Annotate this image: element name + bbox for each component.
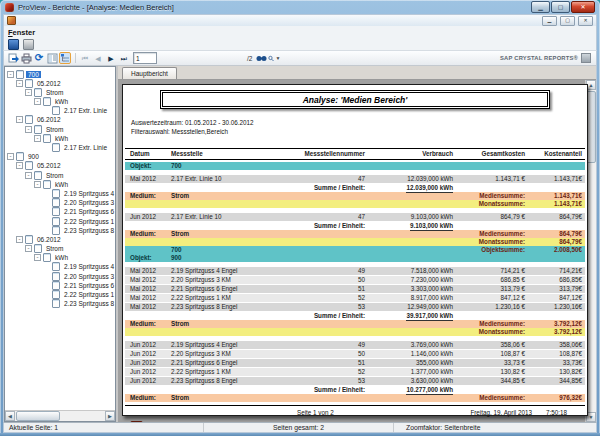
tree-collapse-icon[interactable]: -: [7, 153, 14, 160]
toggle-group-tree-icon[interactable]: [59, 52, 71, 64]
cell-messstellennummer: 47: [302, 175, 365, 183]
tree-item[interactable]: 2.17 Extr. Linie: [5, 106, 115, 115]
scroll-right-icon[interactable]: ▶: [105, 411, 115, 421]
tree-item[interactable]: 2.21 Spritzguss 6: [5, 207, 115, 216]
scroll-left-icon[interactable]: ◀: [5, 411, 15, 421]
tree-item-label: 2.21 Spritzguss 6: [62, 282, 115, 289]
cell-messstellennummer: 49: [302, 267, 365, 275]
tree-item[interactable]: 2.22 Spritzguss 1: [5, 216, 115, 225]
tree-collapse-icon[interactable]: -: [25, 172, 32, 179]
find-icon[interactable]: [255, 52, 267, 64]
maximize-button[interactable]: ▢: [551, 1, 570, 13]
export-icon[interactable]: [7, 52, 19, 64]
document-icon: [52, 290, 60, 299]
zoom-dropdown-caret[interactable]: ▼: [275, 55, 280, 61]
tree-item[interactable]: -05.2012: [5, 79, 115, 88]
tree-item[interactable]: -kWh: [5, 180, 115, 189]
tree-item[interactable]: -Strom: [5, 244, 115, 253]
tree-item-label: 2.23 Spritzguss 8: [62, 300, 115, 307]
monat-row: Monatssumme:864,79€: [125, 238, 585, 246]
report-filter: Filterauswahl: Messstellen,Bereich: [131, 127, 587, 136]
printer-icon[interactable]: [23, 39, 34, 50]
mdi-minimize-button[interactable]: ▁: [542, 16, 557, 26]
tree-item[interactable]: -Strom: [5, 88, 115, 97]
cell-gesamtkosten: 108,87 €: [453, 350, 525, 358]
tree-collapse-icon[interactable]: -: [16, 80, 23, 87]
tree-collapse-icon[interactable]: -: [34, 181, 41, 188]
tree-collapse-icon[interactable]: -: [7, 71, 14, 78]
scrollbar-thumb[interactable]: [16, 411, 60, 421]
tree-collapse-icon[interactable]: -: [25, 89, 32, 96]
cell-messstelle: 2.22 Spritzguss 1 KM: [167, 294, 302, 302]
tree-item[interactable]: 2.22 Spritzguss 1: [5, 290, 115, 299]
tree-collapse-icon[interactable]: -: [34, 98, 41, 105]
tree-collapse-icon[interactable]: -: [16, 236, 23, 243]
objekt-value: 900: [167, 254, 302, 262]
cell-datum: Jun 2012: [125, 359, 167, 367]
tree-item[interactable]: 2.23 Spritzguss 8: [5, 226, 115, 235]
summe-einheit-label: Summe / Einheit:: [302, 312, 365, 320]
last-page-icon[interactable]: ⏭: [118, 52, 130, 64]
tree-item[interactable]: 2.21 Spritzguss 6: [5, 281, 115, 290]
tab-hauptbericht[interactable]: Hauptbericht: [122, 67, 177, 79]
cell-messstellennummer: 51: [302, 359, 365, 367]
tree-item[interactable]: 2.19 Spritzguss 4: [5, 189, 115, 198]
print-icon[interactable]: [20, 52, 32, 64]
next-page-icon[interactable]: ▶: [105, 52, 117, 64]
reports-icon[interactable]: [8, 39, 19, 50]
tree-collapse-icon[interactable]: -: [16, 162, 23, 169]
tree-item-label: 2.17 Extr. Linie: [62, 107, 109, 114]
tree-item[interactable]: 2.20 Spritzguss 3: [5, 272, 115, 281]
cell-gesamtkosten: 358,06 €: [453, 341, 525, 349]
page-number-input[interactable]: 1: [133, 52, 157, 64]
cell-messstellennummer: 52: [302, 294, 365, 302]
tree-collapse-icon[interactable]: -: [16, 116, 23, 123]
footer-date: Freitag, 19. April 2013: [470, 409, 532, 416]
tree-horizontal-scrollbar[interactable]: ◀ ▶: [5, 410, 115, 421]
table-row: Jun 20122.21 Spritzguss 6 Engel51355,000…: [125, 359, 585, 368]
cell-datum: Jun 2012: [125, 377, 167, 385]
document-icon: [16, 70, 24, 79]
tree-item[interactable]: -Strom: [5, 125, 115, 134]
cell-messstelle: 2.19 Spritzguss 4 Engel: [167, 267, 302, 275]
monatssumme-label: Monatssumme:: [453, 200, 525, 208]
tree-item[interactable]: 2.19 Spritzguss 4: [5, 262, 115, 271]
tree-item[interactable]: -Strom: [5, 171, 115, 180]
first-page-icon[interactable]: ⏮: [79, 52, 91, 64]
report-window-icon[interactable]: [7, 16, 16, 25]
tree-item[interactable]: -06.2012: [5, 235, 115, 244]
tree-item[interactable]: 2.17 Extr. Linie: [5, 143, 115, 152]
tree-collapse-icon[interactable]: -: [25, 245, 32, 252]
close-button[interactable]: ✕: [571, 1, 595, 13]
mediensumme-label: Mediensumme:: [453, 320, 525, 328]
tree-item[interactable]: -kWh: [5, 253, 115, 262]
tree-item[interactable]: 2.23 Spritzguss 8: [5, 299, 115, 308]
mediensumme-value: 1.143,71€: [525, 192, 585, 200]
tree-item[interactable]: -kWh: [5, 97, 115, 106]
mdi-restore-button[interactable]: ▢: [560, 16, 575, 26]
tree-collapse-icon[interactable]: -: [34, 254, 41, 261]
tree-item[interactable]: -05.2012: [5, 161, 115, 170]
previous-page-icon[interactable]: ◀: [92, 52, 104, 64]
tree-collapse-icon[interactable]: -: [25, 126, 32, 133]
tree-collapse-icon[interactable]: -: [34, 135, 41, 142]
tree-item[interactable]: -06.2012: [5, 115, 115, 124]
toggle-parameter-panel-icon[interactable]: [46, 52, 58, 64]
cell-messstellennummer: 52: [302, 368, 365, 376]
status-bar: Aktuelle Seite: 1 Seiten gesamt: 2 Zoomf…: [3, 422, 597, 433]
menu-bar: Fenster: [3, 26, 597, 39]
monat-row: Monatssumme:1.143,71€: [125, 200, 585, 208]
tree-item[interactable]: -700: [5, 69, 115, 78]
document-icon: [52, 262, 60, 271]
tree-item-label: kWh: [53, 181, 70, 188]
menu-fenster[interactable]: Fenster: [8, 28, 35, 37]
tree-item[interactable]: -kWh: [5, 134, 115, 143]
minimize-button[interactable]: ▁: [531, 1, 550, 13]
tree-item[interactable]: -900: [5, 152, 115, 161]
refresh-icon[interactable]: ⟳: [33, 52, 45, 64]
zoom-icon[interactable]: ▼: [268, 52, 280, 64]
document-icon: [34, 171, 42, 180]
cell-verbrauch: 1.377,000 kWh: [365, 368, 453, 376]
mdi-close-button[interactable]: ✕: [578, 16, 593, 26]
tree-item[interactable]: 2.20 Spritzguss 3: [5, 198, 115, 207]
